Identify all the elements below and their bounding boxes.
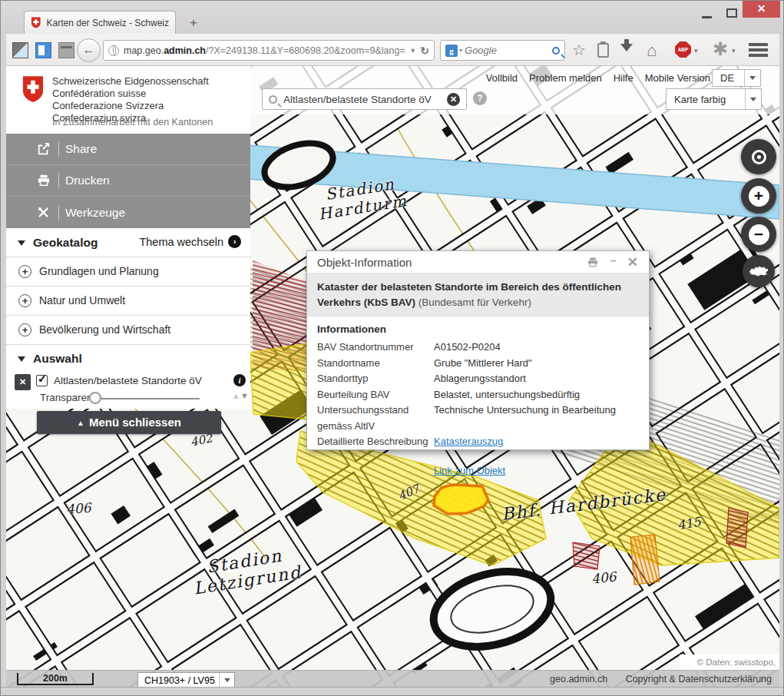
plus-icon: + bbox=[749, 186, 769, 207]
popup-header[interactable]: Objekt-Information – ✕ bbox=[307, 251, 649, 273]
menu-hamburger-icon[interactable] bbox=[749, 43, 768, 59]
scale-bar: 200m bbox=[17, 673, 94, 685]
popup-title: Objekt-Information bbox=[317, 256, 587, 269]
object-link[interactable]: Link zum Objekt bbox=[434, 465, 505, 476]
printer-icon bbox=[37, 174, 51, 187]
zoom-out-button[interactable]: − bbox=[741, 217, 776, 252]
addon-archive-icon[interactable] bbox=[58, 42, 74, 58]
category-natur[interactable]: + Natur und Umwelt bbox=[6, 286, 250, 315]
info-row: Detaillierte Beschreibung Katasterauszug bbox=[317, 434, 639, 450]
link-vollbild[interactable]: Vollbild bbox=[486, 72, 518, 84]
info-row: StandorttypAblagerungsstandort bbox=[317, 371, 639, 387]
expand-plus-icon: + bbox=[18, 294, 31, 307]
footer-bar: 200m CH1903+ / LV95 geo.admin.ch Copyrig… bbox=[6, 670, 779, 687]
popup-close-icon[interactable]: ✕ bbox=[627, 254, 638, 270]
remove-layer-button[interactable]: ✕ bbox=[15, 374, 31, 390]
share-button[interactable]: Share bbox=[6, 134, 250, 165]
popup-print-icon[interactable] bbox=[587, 257, 599, 268]
chevron-down-icon bbox=[745, 89, 761, 109]
catalog-panel: Geokatalog Thema wechseln › + Grundlagen… bbox=[6, 228, 250, 409]
engine-dropdown-icon[interactable]: ▾ bbox=[459, 47, 462, 54]
info-row: Untersuchungsstand gemäss AltlVTechnisch… bbox=[317, 403, 639, 434]
url-dropdown-icon[interactable]: ▼ bbox=[405, 47, 420, 55]
zoom-in-button[interactable]: + bbox=[741, 178, 776, 214]
browser-window: Karten der Schweiz - Schweize... + ✕ ← m… bbox=[0, 0, 784, 696]
map-search-box[interactable]: ✕ bbox=[262, 88, 467, 110]
reload-icon[interactable]: ↻ bbox=[420, 45, 429, 57]
layer-info-icon[interactable]: i bbox=[233, 374, 246, 386]
cantons-cooperation-note: In Zusammenarbeit mit den Kantonen bbox=[52, 117, 213, 128]
swiss-coat-of-arms-icon bbox=[22, 75, 45, 104]
katasterauszug-link[interactable]: Katasterauszug bbox=[434, 434, 503, 450]
swiss-favicon-icon bbox=[31, 17, 41, 28]
expand-plus-icon: + bbox=[18, 265, 31, 278]
copyright-link[interactable]: Copyright & Datenschutzerklärung bbox=[626, 674, 772, 684]
google-favicon[interactable]: g bbox=[445, 45, 458, 57]
transparency-slider-track[interactable] bbox=[94, 398, 200, 399]
adblock-dropdown-icon[interactable]: ▾ bbox=[694, 47, 698, 55]
tools-icon bbox=[37, 206, 51, 220]
home-icon[interactable]: ⌂ bbox=[647, 41, 657, 61]
layer-reorder-arrows[interactable]: ▲▼ bbox=[232, 391, 249, 400]
geoadmin-page: StadionHardturm StadionLetzigrund Bhf. H… bbox=[6, 66, 779, 687]
collapse-triangle-icon bbox=[18, 356, 25, 366]
info-row: Beurteilung BAVBelastet, untersuchungsbe… bbox=[317, 387, 639, 403]
info-row: BAV StandortnummerA01502-P0204 bbox=[317, 340, 639, 356]
chevron-down-icon bbox=[219, 673, 234, 687]
downloads-icon[interactable] bbox=[620, 44, 633, 58]
default-extent-button[interactable] bbox=[743, 255, 775, 287]
search-go-icon[interactable] bbox=[552, 47, 560, 55]
link-problem-melden[interactable]: Problem melden bbox=[529, 72, 602, 84]
maximize-button[interactable] bbox=[726, 8, 737, 18]
browser-tab[interactable]: Karten der Schweiz - Schweize... bbox=[24, 11, 176, 34]
layer-checkbox[interactable]: ✓ bbox=[36, 375, 48, 386]
plugin-icon[interactable]: ✱ bbox=[713, 38, 728, 60]
search-engine-bar[interactable]: g ▾ bbox=[440, 40, 565, 61]
projection-select[interactable]: CH1903+ / LV95 bbox=[137, 672, 235, 687]
map-elevation-406a: 406 bbox=[65, 500, 91, 517]
link-mobile-version[interactable]: Mobile Version bbox=[645, 72, 710, 84]
link-hilfe[interactable]: Hilfe bbox=[614, 72, 633, 84]
clear-search-icon[interactable]: ✕ bbox=[447, 93, 460, 106]
object-information-popup: Objekt-Information – ✕ Kataster der bela… bbox=[306, 250, 650, 450]
category-bevoelkerung[interactable]: + Bevölkerung und Wirtschaft bbox=[6, 315, 250, 344]
footer-links: geo.admin.ch Copyright & Datenschutzerkl… bbox=[534, 674, 772, 684]
map-elevation-406b: 406 bbox=[590, 568, 617, 586]
popup-minimize-icon[interactable]: – bbox=[610, 254, 616, 267]
category-grundlagen[interactable]: + Grundlagen und Planung bbox=[6, 257, 250, 286]
language-select[interactable]: DE bbox=[712, 69, 761, 87]
minimize-button[interactable] bbox=[702, 16, 712, 18]
close-window-button[interactable]: ✕ bbox=[743, 1, 780, 18]
share-icon bbox=[37, 142, 51, 156]
print-button[interactable]: Drucken bbox=[6, 165, 250, 197]
addon-sidebar-icon[interactable] bbox=[35, 42, 51, 58]
popup-section-title: Informationen bbox=[317, 323, 639, 335]
window-frame-bottom bbox=[1, 687, 784, 696]
adblock-icon[interactable]: ABP bbox=[675, 41, 691, 58]
sidebar-menu: Share Drucken Werkzeuge bbox=[6, 134, 250, 228]
tab-title: Karten der Schweiz - Schweize... bbox=[47, 18, 169, 28]
popup-dataset-title: Kataster der belasteten Standorte im Ber… bbox=[307, 273, 649, 317]
map-search-input[interactable] bbox=[283, 94, 447, 105]
close-menu-button[interactable]: ▲Menü schliessen bbox=[37, 411, 221, 434]
switzerland-outline-icon bbox=[749, 264, 769, 278]
toolbar-overflow-icon[interactable]: ▾ bbox=[732, 47, 736, 55]
geolocate-button[interactable] bbox=[741, 139, 776, 174]
search-help-icon[interactable]: ? bbox=[473, 91, 487, 105]
bookmarks-clipboard-icon[interactable] bbox=[597, 43, 609, 58]
navigation-toolbar: ← map.geo.admin.ch/?X=249138.11&Y=680698… bbox=[6, 34, 779, 66]
geoadmin-link[interactable]: geo.admin.ch bbox=[550, 674, 607, 684]
transparency-slider-handle[interactable] bbox=[89, 392, 101, 404]
bookmark-star-icon[interactable]: ☆ bbox=[572, 41, 586, 59]
web-search-input[interactable] bbox=[465, 45, 552, 56]
header-logo-block: Schweizerische Eidgenossenschaft Confédé… bbox=[6, 66, 250, 134]
addon-image-icon[interactable] bbox=[12, 42, 28, 58]
tools-button[interactable]: Werkzeuge bbox=[6, 197, 250, 228]
new-tab-button[interactable]: + bbox=[184, 15, 203, 31]
back-button[interactable]: ← bbox=[77, 38, 101, 62]
theme-switch-link[interactable]: Thema wechseln › bbox=[139, 235, 241, 248]
url-bar[interactable]: map.geo.admin.ch/?X=249138.11&Y=680698.2… bbox=[103, 40, 435, 61]
header-links: Vollbild Problem melden Hilfe Mobile Ver… bbox=[486, 72, 710, 84]
map-background-select[interactable]: Karte farbig bbox=[666, 88, 762, 110]
auswahl-header[interactable]: Auswahl bbox=[6, 344, 250, 373]
